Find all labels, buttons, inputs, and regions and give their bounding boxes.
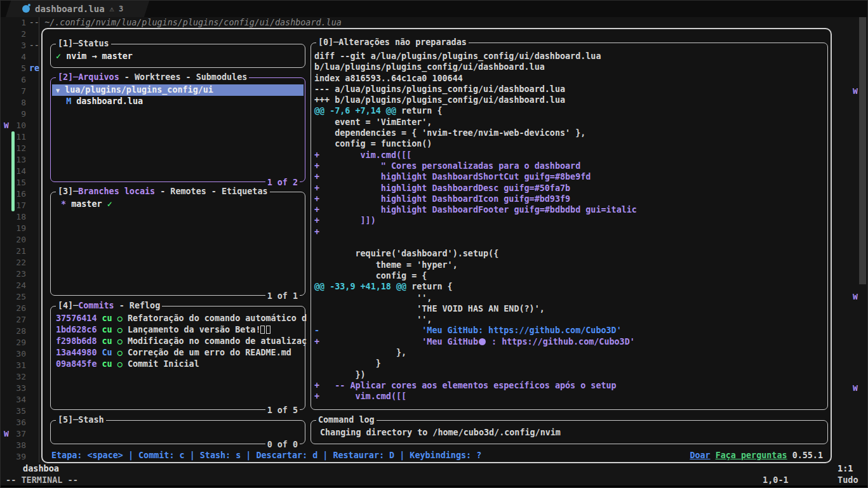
line-number: 34: [1, 394, 26, 406]
line-number: 8: [1, 97, 26, 109]
status-panel-title: [1]─Status: [56, 39, 111, 48]
commit-hash: 13a44980: [56, 348, 97, 357]
tab-branches-locais[interactable]: Branches locais: [78, 187, 155, 196]
diff-line: + highlight DashboardDesc guifg=#50fa7b: [314, 183, 826, 194]
commit-hash: 37576414: [56, 313, 97, 323]
commit-message: Commit Inicial: [128, 359, 199, 369]
diff-line: @@ -7,6 +7,14 @@ return {: [314, 105, 826, 116]
check-icon: ✓: [56, 51, 61, 61]
tab-arquivos[interactable]: Arquivos: [78, 72, 119, 82]
diff-line: + highlight DashboardFooter guifg=#bdbdb…: [314, 204, 826, 215]
lazygit-command-log-panel[interactable]: Command log Changing directory to /home/…: [310, 420, 828, 444]
line-number: 36: [1, 417, 26, 428]
donate-link[interactable]: Doar: [690, 451, 710, 460]
file-row[interactable]: M dashboard.lua: [52, 96, 304, 107]
keybindings-hint-bar: Etapa: <space> | Commit: c | Stash: s | …: [51, 450, 481, 461]
files-count: 1 of 2: [265, 178, 300, 187]
commit-message: Correção de um erro do README.md: [128, 348, 291, 357]
modified-status-letter: M: [66, 96, 71, 106]
diff-line: config = function(): [314, 138, 826, 149]
keybar-right: Doar Faça perguntas 0.55.1: [690, 450, 823, 461]
branch-name: master: [71, 199, 102, 209]
branch-row[interactable]: * master ✓: [52, 199, 304, 210]
line-number: 7: [1, 86, 26, 97]
chevron-down-icon: ▼: [56, 87, 60, 94]
commit-hash: f298b6d8: [56, 336, 97, 346]
file-name: dashboard.lua: [76, 96, 143, 106]
commits-panel-title: [4]─Commits - Reflog: [56, 301, 162, 310]
diff-line: + vim.cmd([[: [314, 150, 826, 161]
diff-line: @@ -33,9 +41,18 @@ return {: [314, 281, 826, 292]
commit-message: Modificação no comando de atualizaç: [128, 336, 307, 346]
line-number: 28: [1, 326, 26, 337]
line-number: 21: [1, 246, 26, 257]
commit-row[interactable]: f298b6d8 cu ○ Modificação no comando de …: [52, 336, 304, 347]
scrollbar-warning-mark: W: [853, 291, 858, 303]
stash-panel-title: [5]─Stash: [56, 415, 106, 425]
ask-questions-link[interactable]: Faça perguntas: [716, 451, 787, 460]
commit-hash: 1bd628c6: [56, 325, 97, 334]
line-number: 19: [1, 223, 26, 234]
buffer-line-1: -- ~/.config/nvim/lua/plugins/plugins/co…: [29, 17, 342, 29]
commit-ring-icon: ○: [117, 313, 123, 323]
commit-ring-icon: ○: [117, 359, 123, 369]
commit-ring-icon: ○: [117, 336, 123, 346]
current-branch-star: *: [61, 199, 66, 209]
commit-row[interactable]: 09a845fe cu ○ Commit Inicial: [52, 359, 304, 370]
line-number: 39: [1, 451, 26, 463]
lazygit-branches-panel[interactable]: [3]─Branches locais - Remotes - Etiqueta…: [50, 192, 305, 296]
lazygit-stash-panel[interactable]: [5]─Stash 0 of 0: [50, 420, 305, 444]
diff-line: diff --git a/lua/plugins/plugins_config/…: [314, 51, 826, 62]
commit-hash: 09a845fe: [56, 359, 97, 369]
scrollbar[interactable]: [859, 17, 866, 284]
commit-author: cu: [102, 359, 112, 369]
buffer-line-3: --: [29, 40, 39, 51]
commit-author: cu: [102, 325, 112, 334]
statusline: dashboa 1:1: [1, 463, 867, 474]
branches-panel-title: [3]─Branches locais - Remotes - Etiqueta…: [56, 187, 270, 196]
lazygit-commits-panel[interactable]: [4]─Commits - Reflog 37576414 cu ○ Refat…: [50, 306, 305, 410]
diff-line: + highlight DashboardShortCut guifg=#8be…: [314, 171, 826, 182]
status-row[interactable]: ✓ nvim → master: [52, 51, 304, 62]
selected-directory-row[interactable]: ▼ lua/plugins/plugins_config/ui: [52, 84, 304, 96]
lazygit-files-panel[interactable]: [2]─Arquivos - Worktrees - Submodules ▼ …: [50, 77, 305, 182]
commit-author: Cu: [102, 348, 112, 357]
line-number: 22: [1, 257, 26, 268]
tabline: dashboard.lua ⚠ 3: [1, 1, 867, 17]
lazygit-status-panel[interactable]: [1]─Status ✓ nvim → master: [50, 44, 305, 68]
diff-line: '',: [314, 293, 826, 303]
diff-line: require('dashboard').setup({: [314, 248, 826, 259]
tab-dashboard-lua[interactable]: dashboard.lua ⚠ 3: [6, 1, 149, 17]
line-number: 24: [1, 280, 26, 291]
tab-commits[interactable]: Commits: [78, 301, 114, 310]
command-log-title: Command log: [316, 415, 377, 425]
commit-row[interactable]: 37576414 cu ○ Refatoração do comando aut…: [52, 313, 304, 324]
commit-author: cu: [102, 313, 112, 323]
line-number: 29: [1, 337, 26, 348]
diff-line: }): [314, 369, 826, 380]
line-number: 35: [1, 406, 26, 417]
lazygit-diff-panel[interactable]: [0]─Alterações não preparadas diff --git…: [310, 43, 828, 410]
diff-line: + -- Aplicar cores aos elementos específ…: [314, 380, 826, 391]
line-number: 33: [1, 383, 26, 394]
line-number-gutter: 1234567891011121314151617181920212223242…: [1, 17, 26, 463]
directory-path: lua/plugins/plugins_config/ui: [65, 85, 213, 95]
line-number: 2: [1, 29, 26, 40]
line-number: 3: [1, 40, 26, 51]
line-number: 31: [1, 360, 26, 371]
line-number: 26: [1, 303, 26, 314]
cmdline: -- TERMINAL -- 1,0-1 Tudo: [1, 474, 867, 485]
line-number: 4: [1, 51, 26, 63]
commit-author: cu: [102, 336, 112, 346]
statusline-buffer-name: dashboa: [23, 463, 59, 474]
commit-row[interactable]: 1bd628c6 cu ○ Lançamento da versão Beta!: [52, 324, 304, 336]
diff-line: +++ b/lua/plugins/plugins_config/ui/dash…: [314, 95, 826, 105]
commit-row[interactable]: 13a44980 Cu ○ Correção de um erro do REA…: [52, 347, 304, 359]
diff-line: + vim.cmd([[: [314, 391, 826, 402]
missing-glyph-box: [260, 326, 265, 334]
indent-guide-line: [39, 17, 39, 463]
diff-line: [314, 237, 826, 248]
line-number: 9: [1, 109, 26, 120]
ruler: 1,0-1: [763, 474, 789, 485]
statusline-cursor-position: 1:1: [838, 463, 853, 474]
